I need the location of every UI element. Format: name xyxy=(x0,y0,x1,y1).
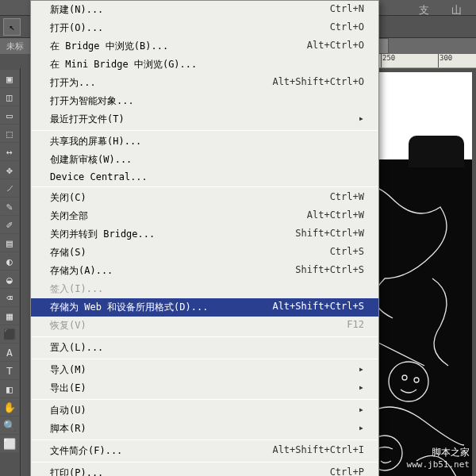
menu-item-label: 打开为... xyxy=(50,76,96,90)
menu-item-shortcut: Ctrl+N xyxy=(330,3,364,17)
menu-item-shortcut: Ctrl+S xyxy=(330,246,364,259)
watermark-brand: 脚本之家 xyxy=(407,446,470,459)
menu-item: 签入(I)... xyxy=(31,280,378,298)
tool-button[interactable]: ◫ xyxy=(0,88,19,106)
tool-button[interactable]: ✋ xyxy=(0,398,19,416)
watermark-site: www.jb51.net xyxy=(407,459,470,470)
menu-item[interactable]: Device Central... xyxy=(31,169,378,185)
file-menu: 新建(N)...Ctrl+N打开(O)...Ctrl+O在 Bridge 中浏览… xyxy=(30,0,379,476)
menu-item[interactable]: 存储为 Web 和设备所用格式(D)...Alt+Shift+Ctrl+S xyxy=(31,298,378,317)
menu-item-label: 关闭并转到 Bridge... xyxy=(50,228,155,241)
menu-item-label: 导出(E) xyxy=(50,382,86,395)
tool-button[interactable]: ⬛ xyxy=(0,325,19,343)
menu-item[interactable]: 打印(P)...Ctrl+P xyxy=(31,464,378,476)
menu-item-shortcut: Alt+Shift+Ctrl+S xyxy=(272,301,364,314)
svg-point-0 xyxy=(389,362,428,401)
menu-item-label: 关闭全部 xyxy=(50,209,88,223)
menu-item[interactable]: 打开为...Alt+Shift+Ctrl+O xyxy=(31,74,378,92)
tool-button[interactable]: ▤ xyxy=(0,234,19,251)
menu-item-label: 打开为智能对象... xyxy=(50,94,134,108)
menu-separator xyxy=(32,399,378,400)
menu-item[interactable]: 自动(U)▸ xyxy=(31,401,378,420)
menu-item-label: 在 Bridge 中浏览(B)... xyxy=(50,40,168,53)
menu-item-label: 存储为 Web 和设备所用格式(D)... xyxy=(50,301,208,314)
menu-item[interactable]: 创建新审核(W)... xyxy=(31,151,378,169)
menu-item-shortcut: Alt+Ctrl+W xyxy=(307,209,364,223)
menu-item-label: 脚本(R) xyxy=(50,422,86,436)
menu-item-label: 关闭(C) xyxy=(50,191,86,205)
tool-button[interactable]: ▭ xyxy=(0,106,19,124)
menu-separator xyxy=(32,130,378,131)
menu-item-shortcut: Shift+Ctrl+S xyxy=(295,264,364,278)
menu-item[interactable]: 导入(M)▸ xyxy=(31,361,378,379)
menu-item-label: 打印(P)... xyxy=(50,466,103,476)
menu-item[interactable]: 存储(S)Ctrl+S xyxy=(31,244,378,262)
move-tool-icon[interactable]: ↖ xyxy=(3,18,21,36)
menu-separator xyxy=(32,359,378,359)
menu-item-label: 新建(N)... xyxy=(50,3,103,17)
menu-item-label: 文件简介(F)... xyxy=(50,444,122,458)
menu-item-shortcut: Alt+Shift+Ctrl+O xyxy=(272,76,364,90)
menu-item-shortcut: Alt+Ctrl+O xyxy=(307,40,364,53)
menu-item-shortcut: ▸ xyxy=(359,363,364,377)
watermark: 脚本之家 www.jb51.net xyxy=(407,446,470,470)
menu-separator xyxy=(32,336,378,337)
menu-item[interactable]: 共享我的屏幕(H)... xyxy=(31,132,378,151)
menu-item-shortcut: Ctrl+O xyxy=(330,21,364,35)
menu-item[interactable]: 存储为(A)...Shift+Ctrl+S xyxy=(31,262,378,280)
menu-item-shortcut: Ctrl+P xyxy=(330,466,364,476)
menu-item-label: 最近打开文件(T) xyxy=(50,113,125,126)
menu-item[interactable]: 打开(O)...Ctrl+O xyxy=(31,19,378,37)
tool-button[interactable]: ⬜ xyxy=(0,435,19,452)
menu-separator xyxy=(32,462,378,463)
menu-item-shortcut: ▸ xyxy=(359,113,364,126)
menu-item-label: 在 Mini Bridge 中浏览(G)... xyxy=(50,58,197,71)
menu-item-shortcut: Shift+Ctrl+W xyxy=(295,228,364,241)
tool-button[interactable]: ◐ xyxy=(0,252,19,270)
menu-item-shortcut: Alt+Shift+Ctrl+I xyxy=(272,444,364,458)
menu-item[interactable]: 关闭(C)Ctrl+W xyxy=(31,189,378,207)
menu-item-label: 签入(I)... xyxy=(50,282,103,296)
ruler-mark: 250 xyxy=(381,54,395,67)
tool-button[interactable]: ▦ xyxy=(0,307,19,324)
menu-item[interactable]: 置入(L)... xyxy=(31,339,378,357)
menu-item[interactable]: 关闭全部Alt+Ctrl+W xyxy=(31,207,378,225)
menu-item: 恢复(V)F12 xyxy=(31,317,378,335)
menu-item[interactable]: 在 Mini Bridge 中浏览(G)... xyxy=(31,56,378,74)
menu-item[interactable]: 在 Bridge 中浏览(B)...Alt+Ctrl+O xyxy=(31,37,378,56)
tool-button[interactable]: ✐ xyxy=(0,216,19,233)
tool-button[interactable]: 🔍 xyxy=(0,416,19,434)
menu-item-label: 导入(M) xyxy=(50,363,86,377)
menu-item[interactable]: 脚本(R)▸ xyxy=(31,420,378,438)
menu-item-label: 置入(L)... xyxy=(50,341,103,355)
tool-button[interactable]: ⌫ xyxy=(0,289,19,306)
tool-button[interactable]: ⟋ xyxy=(0,179,19,197)
menu-item[interactable]: 最近打开文件(T)▸ xyxy=(31,110,378,129)
menu-item-label: 存储为(A)... xyxy=(50,264,113,278)
menu-separator xyxy=(32,186,378,187)
tool-button[interactable]: T xyxy=(0,362,19,379)
menu-item-label: 自动(U) xyxy=(50,404,86,417)
menu-item[interactable]: 导出(E)▸ xyxy=(31,379,378,397)
tool-button[interactable]: ↔ xyxy=(0,143,19,160)
tool-button[interactable]: ✎ xyxy=(0,198,19,215)
tool-button[interactable]: ▣ xyxy=(0,70,19,87)
menu-item-label: 恢复(V) xyxy=(50,319,86,332)
menu-item[interactable]: 打开为智能对象... xyxy=(31,92,378,110)
tools-panel: ▣◫▭⬚↔✥⟋✎✐▤◐◒⌫▦⬛AT◧✋🔍⬜ xyxy=(0,68,21,476)
tool-button[interactable]: A xyxy=(0,344,19,361)
menu-item[interactable]: 关闭并转到 Bridge...Shift+Ctrl+W xyxy=(31,225,378,244)
menu-item[interactable]: 文件简介(F)...Alt+Shift+Ctrl+I xyxy=(31,442,378,460)
tool-button[interactable]: ✥ xyxy=(0,161,19,178)
menu-item[interactable]: 新建(N)...Ctrl+N xyxy=(31,1,378,19)
untitled-label: 未标 xyxy=(2,39,29,54)
tool-button[interactable]: ⬚ xyxy=(0,125,19,142)
menu-item-label: Device Central... xyxy=(50,171,148,182)
ruler-mark: 300 xyxy=(438,54,452,67)
menu-item-shortcut: F12 xyxy=(347,319,364,332)
menu-item-shortcut: ▸ xyxy=(359,404,364,417)
menu-item-shortcut: ▸ xyxy=(359,422,364,436)
tool-button[interactable]: ◒ xyxy=(0,271,19,288)
tool-button[interactable]: ◧ xyxy=(0,380,19,397)
svg-point-1 xyxy=(402,375,407,380)
